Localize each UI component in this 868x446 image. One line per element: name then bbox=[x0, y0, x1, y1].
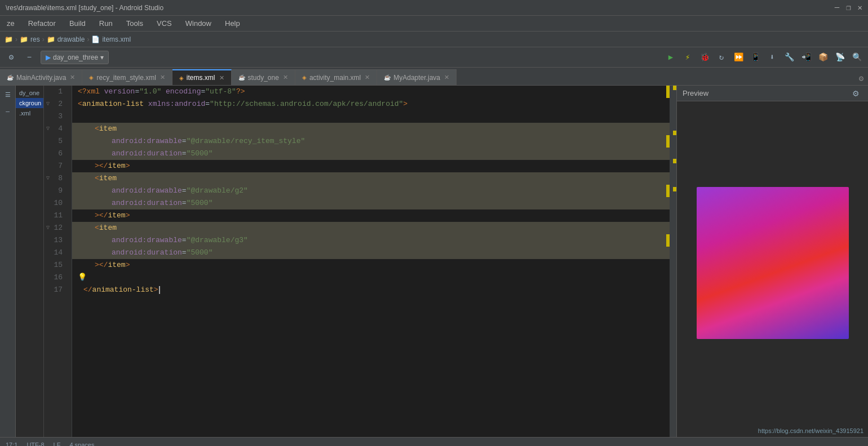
window-title: \res\drawable\items.xml [study_one] - An… bbox=[6, 4, 163, 12]
breadcrumb-items-xml[interactable]: items.xml bbox=[102, 35, 131, 43]
menu-ze[interactable]: ze bbox=[5, 18, 17, 29]
line-num-11: 11 bbox=[44, 209, 67, 222]
sync-button[interactable]: ⬇ bbox=[765, 51, 779, 64]
tab-close-mainactivity[interactable]: ✕ bbox=[70, 74, 75, 81]
tab-items-xml[interactable]: ◈ items.xml ✕ bbox=[172, 69, 232, 85]
tab-mainactivity[interactable]: ☕ MainActivity.java ✕ bbox=[0, 69, 82, 85]
line-num-13: 13 bbox=[44, 234, 67, 247]
tab-icon-xml1: ◈ bbox=[89, 74, 94, 81]
code-line-7: ></item> bbox=[72, 160, 670, 172]
code-line-16: 💡 bbox=[72, 271, 670, 284]
minimize-button[interactable]: — bbox=[835, 3, 839, 12]
menu-refactor[interactable]: Refactor bbox=[26, 18, 58, 29]
sdk-button[interactable]: 📦 bbox=[816, 51, 830, 64]
run-button[interactable]: ▶ bbox=[664, 51, 677, 64]
tab-close-activity-main[interactable]: ✕ bbox=[365, 74, 370, 81]
preview-panel: Preview ⚙ https://blog.csdn.net/weixin_4… bbox=[676, 86, 868, 437]
flash-button[interactable]: ⚡ bbox=[681, 51, 694, 64]
debug-button[interactable]: 🐞 bbox=[698, 51, 711, 64]
tree-item-background[interactable]: ckgroun bbox=[16, 98, 43, 108]
menu-tools[interactable]: Tools bbox=[124, 18, 145, 29]
tab-activity-main[interactable]: ◈ activity_main.xml ✕ bbox=[295, 69, 377, 85]
menu-window[interactable]: Window bbox=[183, 18, 214, 29]
fold-button[interactable]: — bbox=[1, 105, 15, 118]
scroll-markers[interactable] bbox=[670, 86, 676, 437]
tab-close-myadapter[interactable]: ✕ bbox=[444, 74, 449, 81]
menu-run[interactable]: Run bbox=[97, 18, 115, 29]
code-line-12: <item bbox=[72, 222, 670, 234]
tab-close-recy-item-style[interactable]: ✕ bbox=[160, 74, 165, 81]
tab-icon-java2: ☕ bbox=[384, 74, 391, 81]
tab-icon-java: ☕ bbox=[7, 74, 14, 81]
scroll-marker-3 bbox=[673, 187, 676, 191]
line-num-1: 1 bbox=[44, 86, 67, 98]
minus-button[interactable]: − bbox=[23, 51, 36, 64]
tree-item-xml[interactable]: .xml bbox=[16, 108, 43, 118]
breadcrumb-res[interactable]: res bbox=[30, 35, 40, 43]
toolbar-right: ▶ ⚡ 🐞 ↻ ⏩ 📱 ⬇ 🔧 📲 📦 📡 🔍 bbox=[664, 51, 863, 64]
gradle-button[interactable]: 🔧 bbox=[782, 51, 796, 64]
menu-bar: ze Refactor Build Run Tools VCS Window H… bbox=[0, 16, 868, 32]
code-area[interactable]: <?xml version="1.0" encoding="utf-8"?> <… bbox=[72, 86, 670, 437]
line-num-2: ▽ 2 bbox=[44, 98, 67, 110]
line-num-17: 17 bbox=[44, 284, 67, 296]
maximize-button[interactable]: ❐ bbox=[846, 3, 851, 12]
title-bar: \res\drawable\items.xml [study_one] - An… bbox=[0, 0, 868, 16]
preview-url-text[interactable]: https://blog.csdn.net/weixin_43915921 bbox=[758, 427, 863, 434]
editor-container: 1 ▽ 2 3 ▽ 4 5 6 7 ▽ 8 9 bbox=[44, 86, 676, 437]
file-tree: dy_one ckgroun .xml bbox=[16, 86, 44, 437]
tabs-bar: ☕ MainActivity.java ✕ ◈ recy_item_style.… bbox=[0, 68, 868, 86]
device-manager-button[interactable]: 📡 bbox=[833, 51, 847, 64]
fold-icon-12[interactable]: ▽ bbox=[46, 222, 50, 234]
fold-icon-8[interactable]: ▽ bbox=[46, 172, 50, 185]
project-tool-button[interactable]: ☰ bbox=[1, 88, 15, 101]
tab-label-myadapter: MyAdapter.java bbox=[393, 74, 440, 82]
profile-button[interactable]: ⏩ bbox=[732, 51, 745, 64]
main-area: ☰ — dy_one ckgroun .xml 1 ▽ 2 3 ▽ 4 5 bbox=[0, 86, 868, 437]
gradient-preview-image bbox=[697, 187, 849, 339]
avd-button[interactable]: 📲 bbox=[799, 51, 813, 64]
search-everywhere-button[interactable]: 🔍 bbox=[850, 51, 863, 64]
dropdown-arrow-icon: ▾ bbox=[100, 53, 104, 61]
tree-item-dy-one[interactable]: dy_one bbox=[16, 88, 43, 98]
settings-gear-button[interactable]: ⚙ bbox=[5, 51, 18, 64]
menu-help[interactable]: Help bbox=[223, 18, 242, 29]
code-line-6: android:duration="5000" bbox=[72, 148, 670, 160]
code-line-3 bbox=[72, 110, 670, 123]
line-num-7: 7 bbox=[44, 160, 67, 172]
breadcrumb-icon-file: 📄 bbox=[91, 35, 100, 43]
preview-settings-button[interactable]: ⚙ bbox=[849, 87, 862, 100]
breadcrumb-drawable[interactable]: drawable bbox=[57, 35, 85, 43]
breadcrumb-icon-folder2: 📁 bbox=[20, 35, 28, 43]
run-config-label: day_one_three bbox=[53, 53, 98, 61]
bulb-icon[interactable]: 💡 bbox=[78, 271, 87, 284]
code-line-9: android:drawable="@drawable/g2" bbox=[72, 185, 670, 197]
status-bar: 17:1 UTF-8 LF 4 spaces bbox=[0, 437, 868, 446]
fold-icon-4[interactable]: ▽ bbox=[46, 123, 50, 135]
code-line-17: </animation-list> bbox=[72, 284, 670, 296]
code-line-4: <item bbox=[72, 123, 670, 135]
editor-settings-button[interactable]: ⚙ bbox=[854, 72, 868, 85]
line-num-16: 16 bbox=[44, 271, 67, 284]
close-button[interactable]: ✕ bbox=[858, 3, 862, 12]
menu-vcs[interactable]: VCS bbox=[154, 18, 174, 29]
menu-build[interactable]: Build bbox=[67, 18, 88, 29]
tab-label-study-one: study_one bbox=[248, 74, 279, 82]
line-num-14: 14 bbox=[44, 247, 67, 259]
run-config-dropdown[interactable]: ▶ day_one_three ▾ bbox=[41, 51, 109, 64]
code-line-11: ></item> bbox=[72, 209, 670, 222]
tab-close-study-one[interactable]: ✕ bbox=[283, 74, 288, 81]
tab-close-items-xml[interactable]: ✕ bbox=[219, 74, 224, 82]
tab-label-items-xml: items.xml bbox=[187, 74, 215, 82]
tab-recy-item-style[interactable]: ◈ recy_item_style.xml ✕ bbox=[82, 69, 172, 85]
run-config-icon: ▶ bbox=[46, 53, 51, 61]
fold-icon-2[interactable]: ▽ bbox=[46, 98, 50, 110]
line-num-8: ▽ 8 bbox=[44, 172, 67, 185]
attach-debug-button[interactable]: ↻ bbox=[715, 51, 728, 64]
tab-myadapter[interactable]: ☕ MyAdapter.java ✕ bbox=[377, 69, 457, 85]
tab-icon-xml2: ◈ bbox=[179, 75, 184, 81]
tab-study-one[interactable]: ☕ study_one ✕ bbox=[232, 69, 295, 85]
tab-icon-xml3: ◈ bbox=[302, 74, 307, 81]
device-button[interactable]: 📱 bbox=[749, 51, 762, 64]
line-num-6: 6 bbox=[44, 148, 67, 160]
